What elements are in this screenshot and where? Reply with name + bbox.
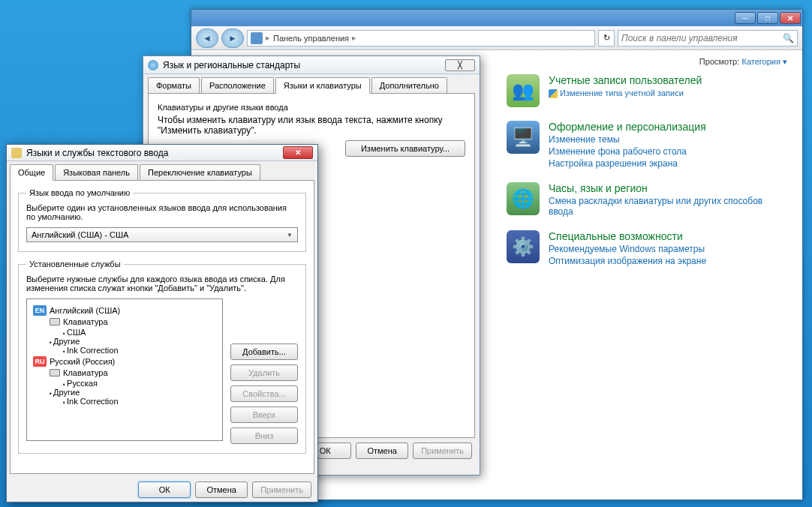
ts-apply-button[interactable]: Применить bbox=[252, 482, 311, 498]
region-title-text: Язык и региональные стандарты bbox=[163, 60, 300, 70]
cp-navbar: ◄ ► ▸ Панель управления ▸ ↻ 🔍 bbox=[191, 26, 802, 50]
tree-ink-en[interactable]: Ink Correction bbox=[63, 346, 216, 355]
breadcrumb-sep: ▸ bbox=[352, 33, 356, 43]
installed-services-desc: Выберите нужные службы для каждого языка… bbox=[26, 274, 298, 292]
maximize-button[interactable]: □ bbox=[757, 12, 778, 24]
cp-appearance-link-2[interactable]: Настройка разрешения экрана bbox=[549, 158, 706, 169]
cp-accounts-link-0[interactable]: Изменение типа учетной записи bbox=[549, 88, 702, 98]
tree-lang-en[interactable]: ENАнглийский (США) bbox=[33, 305, 216, 316]
view-category-link[interactable]: Категория ▾ bbox=[742, 57, 788, 66]
tree-layout-ru[interactable]: Русская bbox=[63, 379, 216, 388]
close-button[interactable]: ✕ bbox=[780, 12, 801, 24]
tree-ink-ru[interactable]: Ink Correction bbox=[63, 397, 216, 406]
tree-layout-us[interactable]: США bbox=[63, 328, 216, 337]
cp-appearance: 🖥️ Оформление и персонализация Изменение… bbox=[507, 121, 787, 169]
back-button[interactable]: ◄ bbox=[196, 28, 218, 48]
refresh-button[interactable]: ↻ bbox=[598, 30, 615, 46]
region-tabs: Форматы Расположение Языки и клавиатуры … bbox=[143, 74, 480, 93]
tab-language-bar[interactable]: Языковая панель bbox=[55, 164, 138, 180]
search-input[interactable] bbox=[621, 33, 783, 44]
tab-key-switching[interactable]: Переключение клавиатуры bbox=[140, 164, 260, 180]
installed-services-legend: Установленные службы bbox=[26, 260, 124, 268]
tree-kb-ru[interactable]: Клавиатура bbox=[50, 368, 216, 377]
region-close-button[interactable]: ╳ bbox=[445, 59, 475, 71]
text-services-dialog: Языки и службы текстового ввода ✕ Общие … bbox=[6, 144, 318, 502]
search-box[interactable]: 🔍 bbox=[618, 30, 798, 46]
control-panel-icon bbox=[251, 32, 263, 44]
cp-ease-of-access: ⚙️ Специальные возможности Рекомендуемые… bbox=[507, 230, 787, 266]
tree-buttons: Добавить... Удалить Свойства... Вверх Вн… bbox=[230, 298, 298, 444]
cp-ease-title[interactable]: Специальные возможности bbox=[549, 230, 706, 242]
cp-appearance-link-0[interactable]: Изменение темы bbox=[549, 134, 706, 145]
ts-cancel-button[interactable]: Отмена bbox=[195, 482, 248, 498]
ease-of-access-icon: ⚙️ bbox=[507, 230, 540, 263]
region-cancel-button[interactable]: Отмена bbox=[356, 442, 408, 459]
tree-other-ru[interactable]: Другие bbox=[50, 388, 216, 397]
tree-kb-en[interactable]: Клавиатура bbox=[50, 317, 216, 326]
cp-clock-link-0[interactable]: Смена раскладки клавиатуры или других сп… bbox=[549, 196, 787, 217]
default-language-group: Язык ввода по умолчанию Выберите один из… bbox=[18, 188, 306, 252]
cp-appearance-title[interactable]: Оформление и персонализация bbox=[549, 121, 706, 133]
default-language-combo[interactable]: Английский (США) - США ▼ bbox=[26, 227, 298, 242]
ts-footer: ОК Отмена Применить bbox=[7, 477, 317, 502]
move-down-button[interactable]: Вниз bbox=[230, 428, 298, 444]
tab-location[interactable]: Расположение bbox=[201, 77, 274, 93]
ts-panel: Язык ввода по умолчанию Выберите один из… bbox=[10, 180, 314, 474]
keyboard-icon bbox=[11, 148, 22, 158]
tab-additional[interactable]: Дополнительно bbox=[371, 77, 447, 93]
move-up-button[interactable]: Вверх bbox=[230, 406, 298, 423]
installed-services-group: Установленные службы Выберите нужные слу… bbox=[18, 260, 306, 454]
chevron-down-icon: ▼ bbox=[287, 232, 293, 238]
cp-clock-title[interactable]: Часы, язык и регион bbox=[549, 182, 787, 194]
globe-icon bbox=[148, 60, 158, 70]
language-tree[interactable]: ENАнглийский (США) Клавиатура США Другие… bbox=[26, 298, 223, 441]
keyboard-icon bbox=[50, 318, 60, 326]
change-keyboard-button[interactable]: Изменить клавиатуру... bbox=[345, 140, 465, 157]
cp-ease-link-1[interactable]: Оптимизация изображения на экране bbox=[549, 256, 706, 266]
ts-title-text: Языки и службы текстового ввода bbox=[26, 148, 168, 158]
minimize-button[interactable]: ─ bbox=[735, 12, 756, 24]
region-apply-button[interactable]: Применить bbox=[413, 442, 472, 459]
view-row: Просмотр: Категория ▾ bbox=[699, 56, 787, 67]
breadcrumb-sep: ▸ bbox=[266, 33, 270, 43]
region-titlebar: Язык и региональные стандарты ╳ bbox=[143, 56, 480, 74]
shield-icon bbox=[549, 89, 558, 98]
tab-formats[interactable]: Форматы bbox=[148, 77, 200, 93]
remove-button[interactable]: Удалить bbox=[230, 364, 298, 381]
cp-clock-region: 🌐 Часы, язык и регион Смена раскладки кл… bbox=[507, 182, 787, 217]
properties-button[interactable]: Свойства... bbox=[230, 386, 298, 402]
tab-general[interactable]: Общие bbox=[10, 164, 53, 181]
cp-ease-link-0[interactable]: Рекомендуемые Windows параметры bbox=[549, 244, 706, 254]
ts-ok-button[interactable]: ОК bbox=[138, 482, 191, 498]
keyboards-group-text: Чтобы изменить клавиатуру или язык ввода… bbox=[158, 115, 465, 136]
cp-accounts: 👥 Учетные записи пользователей Изменение… bbox=[507, 74, 787, 107]
cp-titlebar: ─ □ ✕ bbox=[191, 10, 802, 26]
keyboard-icon bbox=[50, 369, 60, 376]
cp-appearance-link-1[interactable]: Изменение фона рабочего стола bbox=[549, 146, 706, 157]
search-icon: 🔍 bbox=[783, 33, 794, 44]
tab-keyboards[interactable]: Языки и клавиатуры bbox=[275, 77, 370, 94]
badge-ru: RU bbox=[33, 356, 47, 367]
view-label: Просмотр: bbox=[699, 57, 739, 66]
ts-tabs: Общие Языковая панель Переключение клави… bbox=[7, 161, 317, 180]
forward-button[interactable]: ► bbox=[221, 28, 244, 48]
user-accounts-icon: 👥 bbox=[507, 74, 540, 107]
default-language-value: Английский (США) - США bbox=[32, 230, 128, 239]
ts-close-button[interactable]: ✕ bbox=[283, 146, 313, 159]
tree-other-en[interactable]: Другие bbox=[50, 337, 216, 346]
breadcrumb[interactable]: ▸ Панель управления ▸ bbox=[247, 30, 595, 46]
add-button[interactable]: Добавить... bbox=[230, 344, 298, 360]
tree-lang-ru[interactable]: RUРусский (Россия) bbox=[33, 356, 216, 367]
appearance-icon: 🖥️ bbox=[507, 121, 540, 154]
default-language-desc: Выберите один из установленных языков вв… bbox=[26, 203, 298, 221]
cp-accounts-title[interactable]: Учетные записи пользователей bbox=[549, 74, 702, 86]
keyboards-group-title: Клавиатуры и другие языки ввода bbox=[158, 103, 465, 112]
breadcrumb-text: Панель управления bbox=[273, 34, 349, 43]
default-language-legend: Язык ввода по умолчанию bbox=[26, 188, 133, 197]
ts-titlebar: Языки и службы текстового ввода ✕ bbox=[7, 145, 317, 161]
clock-region-icon: 🌐 bbox=[507, 182, 540, 215]
badge-en: EN bbox=[33, 305, 47, 316]
